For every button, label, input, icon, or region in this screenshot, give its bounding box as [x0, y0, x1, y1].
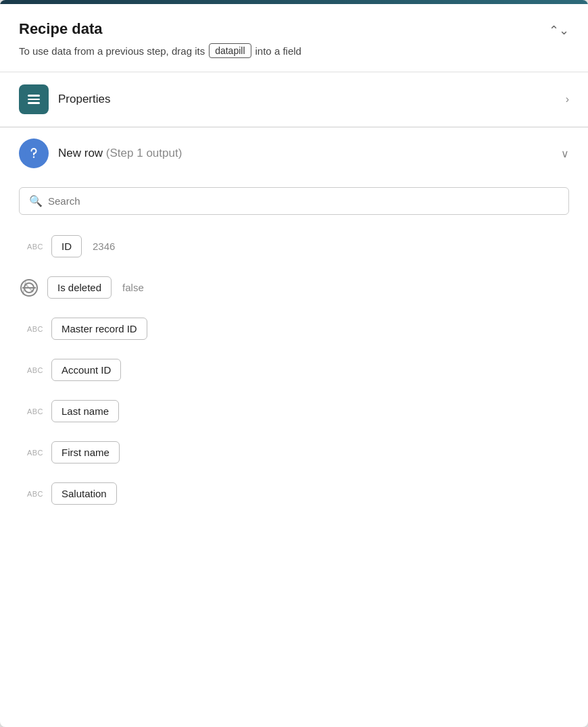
new-row-chevron: ∨	[561, 147, 569, 160]
field-name: First name	[62, 447, 109, 458]
field-pill[interactable]: Master record ID	[51, 318, 147, 340]
properties-icon-box	[19, 84, 49, 114]
field-type-label: ABC	[19, 490, 43, 498]
panel: Recipe data To use data from a previous …	[0, 0, 588, 727]
new-row-section[interactable]: New row (Step 1 output) ∨	[0, 128, 588, 179]
collapse-toggle[interactable]: ⌃⌄	[549, 23, 569, 38]
field-row: ABC Master record ID	[19, 308, 569, 349]
menu-icon	[28, 95, 40, 104]
field-pill[interactable]: ID	[51, 235, 82, 257]
field-name: Is deleted	[57, 282, 101, 293]
content: Properties › New row (Step 1 output)	[0, 72, 588, 727]
field-row: Is deleted false	[19, 267, 569, 308]
field-type-label: ABC	[19, 407, 43, 416]
search-area: 🔍	[0, 179, 588, 226]
field-type-label: ABC	[19, 243, 43, 251]
bool-icon	[19, 278, 39, 298]
field-name: Last name	[62, 405, 109, 417]
field-name: Salutation	[62, 488, 107, 499]
search-input[interactable]	[48, 195, 559, 207]
field-pill[interactable]: Last name	[51, 400, 119, 422]
search-box: 🔍	[19, 187, 569, 215]
field-type-label: ABC	[19, 325, 43, 333]
properties-chevron: ›	[566, 93, 569, 105]
field-row: ABC ID 2346	[19, 226, 569, 267]
datapill-badge: datapill	[209, 43, 251, 58]
subtitle-before: To use data from a previous step, drag i…	[19, 45, 205, 57]
header-subtitle: To use data from a previous step, drag i…	[19, 43, 301, 58]
subtitle-after: into a field	[255, 45, 301, 57]
header-text: Recipe data To use data from a previous …	[19, 20, 301, 58]
field-row: ABC Salutation	[19, 473, 569, 514]
field-name: Master record ID	[62, 323, 137, 334]
new-row-sublabel: (Step 1 output)	[106, 147, 182, 159]
step-icon	[24, 143, 44, 164]
field-value: false	[122, 282, 144, 293]
field-type-label: ABC	[19, 449, 43, 457]
field-value: 2346	[93, 241, 115, 252]
new-row-icon-box	[19, 139, 49, 168]
field-name: ID	[62, 241, 72, 252]
field-pill[interactable]: Account ID	[51, 359, 121, 381]
field-row: ABC Account ID	[19, 349, 569, 391]
field-pill[interactable]: First name	[51, 441, 120, 463]
field-pill[interactable]: Salutation	[51, 482, 117, 505]
panel-title: Recipe data	[19, 20, 301, 38]
header: Recipe data To use data from a previous …	[0, 4, 588, 72]
field-pill[interactable]: Is deleted	[47, 276, 112, 299]
field-name: Account ID	[62, 364, 111, 376]
field-row: ABC Last name	[19, 391, 569, 432]
field-row: ABC First name	[19, 432, 569, 473]
field-type-label: ABC	[19, 366, 43, 374]
properties-section[interactable]: Properties ›	[0, 72, 588, 127]
search-icon: 🔍	[29, 195, 43, 207]
fields-list: ABC ID 2346 Is deleted false	[0, 226, 588, 533]
properties-label: Properties	[58, 93, 566, 106]
svg-point-1	[33, 156, 34, 157]
new-row-label: New row (Step 1 output)	[58, 147, 561, 160]
